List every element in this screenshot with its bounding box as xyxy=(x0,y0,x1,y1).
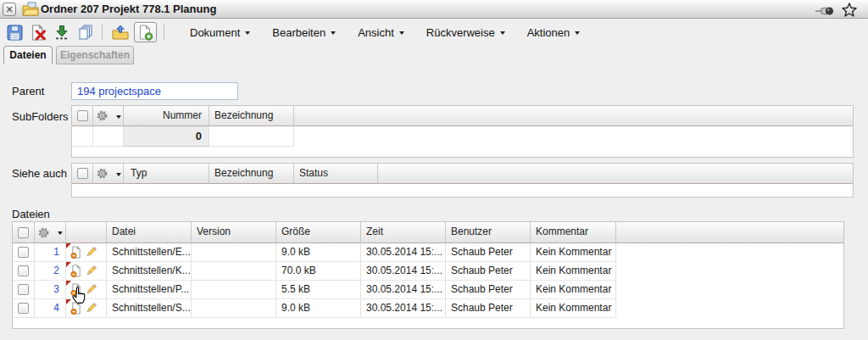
chevron-down-icon xyxy=(399,31,404,35)
subfolders-table: Nummer Bezeichnung 0 xyxy=(71,105,854,158)
menu-ansicht[interactable]: Ansicht xyxy=(358,26,404,39)
file-size-cell: 70.0 kB xyxy=(276,262,361,281)
delete-document-icon[interactable] xyxy=(29,23,47,42)
menu-rueckverweise[interactable]: Rückverweise xyxy=(426,26,505,39)
subfolders-header-row: Nummer Bezeichnung xyxy=(72,106,853,126)
column-header-kommentar[interactable]: Kommentar xyxy=(531,222,616,243)
file-time-cell: 30.05.2014 15:... xyxy=(361,281,446,299)
row-number-link[interactable]: 3 xyxy=(35,281,66,299)
new-document-icon[interactable] xyxy=(134,22,157,42)
file-version-cell xyxy=(192,262,276,281)
file-version-cell xyxy=(192,281,276,299)
column-header-groesse[interactable]: Größe xyxy=(276,222,361,243)
checkbox-icon xyxy=(18,247,29,258)
row-checkbox[interactable] xyxy=(13,299,35,318)
column-header-typ[interactable]: Typ xyxy=(124,164,209,184)
save-icon[interactable] xyxy=(5,23,24,42)
row-number-link[interactable]: 1 xyxy=(35,243,66,262)
file-name-cell: Schnittstellen/E... xyxy=(107,243,192,262)
column-header-zeit[interactable]: Zeit xyxy=(361,222,446,243)
column-header-datei[interactable]: Datei xyxy=(107,222,192,243)
menu-dokument[interactable]: Dokument xyxy=(190,26,250,39)
file-comment-cell: Kein Kommentar xyxy=(531,262,616,281)
file-name-cell: Schnittstellen/S... xyxy=(107,299,192,318)
download-icon[interactable] xyxy=(53,23,71,42)
menu-bearbeiten[interactable]: Bearbeiten xyxy=(272,26,336,39)
select-all-checkbox[interactable] xyxy=(13,222,35,243)
star-icon[interactable] xyxy=(842,3,857,20)
file-user-cell: Schaub Peter xyxy=(446,281,531,299)
file-name-cell: Schnittstellen/K... xyxy=(107,262,192,281)
chevron-down-icon xyxy=(575,31,580,35)
file-version-cell xyxy=(192,243,276,262)
gear-icon xyxy=(37,226,50,239)
folder-up-icon[interactable] xyxy=(111,23,130,42)
files-header-row: Datei Version Größe Zeit Benutzer Kommen… xyxy=(13,222,843,243)
siehe-auch-gear-menu[interactable] xyxy=(93,164,124,184)
select-all-checkbox[interactable] xyxy=(72,106,93,126)
file-user-cell: Schaub Peter xyxy=(446,243,531,262)
application-window: ✕ Ordner 207 Projekt 778.1 Planung xyxy=(0,0,868,340)
chevron-down-icon xyxy=(116,115,121,119)
menu-aktionen[interactable]: Aktionen xyxy=(527,26,581,39)
row-checkbox[interactable] xyxy=(13,243,35,262)
page-remove-icon[interactable] xyxy=(70,246,82,259)
select-all-checkbox[interactable] xyxy=(72,164,93,184)
toolbar-separator xyxy=(102,25,103,40)
subfolders-row: 0 xyxy=(72,126,853,147)
subfolders-label: SubFolders xyxy=(12,110,68,123)
row-checkbox[interactable] xyxy=(13,281,35,299)
column-header-benutzer[interactable]: Benutzer xyxy=(446,222,531,243)
file-row: 4 Schnittstellen/S... 9.0 kB 30.05.2014 … xyxy=(13,299,843,318)
checkbox-icon xyxy=(18,303,29,314)
file-comment-cell: Kein Kommentar xyxy=(531,243,616,262)
parent-link[interactable]: 194 projectspace xyxy=(77,85,161,98)
siehe-auch-table: Typ Bezeichnung Status xyxy=(71,163,854,198)
row-number-link[interactable]: 4 xyxy=(35,299,66,318)
file-size-cell: 9.0 kB xyxy=(276,243,361,262)
checkbox-icon xyxy=(18,265,29,276)
file-user-cell: Schaub Peter xyxy=(446,299,531,318)
column-header-nummer[interactable]: Nummer xyxy=(124,106,209,126)
folder-icon xyxy=(22,2,39,20)
column-header-bezeichnung[interactable]: Bezeichnung xyxy=(209,164,294,184)
row-number-link[interactable]: 2 xyxy=(35,262,66,281)
file-size-cell: 5.5 kB xyxy=(276,281,361,299)
chevron-down-icon xyxy=(245,31,250,35)
row-actions xyxy=(66,243,107,262)
subfolders-gear-menu[interactable] xyxy=(93,106,124,126)
file-comment-cell: Kein Kommentar xyxy=(531,299,616,318)
files-table: Datei Version Größe Zeit Benutzer Kommen… xyxy=(12,221,844,329)
row-checkbox[interactable] xyxy=(13,262,35,281)
cursor-pointer xyxy=(70,286,87,309)
row-actions xyxy=(66,262,107,281)
chevron-down-icon xyxy=(58,231,63,235)
file-row: 1 Schnittstellen/E... 9.0 kB 30.05.2014 … xyxy=(13,243,843,262)
column-header-filler xyxy=(616,222,843,243)
pencil-icon[interactable] xyxy=(85,265,97,277)
copy-icon[interactable] xyxy=(76,23,95,42)
checkbox-icon xyxy=(77,110,88,121)
toolbar: Dokument Bearbeiten Ansicht Rückverweise… xyxy=(0,19,868,46)
checkbox-icon xyxy=(18,227,29,238)
checkbox-icon xyxy=(18,284,29,295)
file-time-cell: 30.05.2014 15:... xyxy=(361,262,446,281)
pencil-icon[interactable] xyxy=(85,246,97,259)
column-header-status[interactable]: Status xyxy=(294,164,378,184)
close-icon[interactable]: ✕ xyxy=(3,3,16,16)
file-name-cell: Schnittstellen/P... xyxy=(107,281,192,299)
column-header-actions xyxy=(66,222,107,243)
tab-dateien[interactable]: Dateien xyxy=(3,46,53,64)
page-remove-icon[interactable] xyxy=(70,265,82,277)
pin-icon[interactable] xyxy=(815,4,835,20)
column-header-version[interactable]: Version xyxy=(192,222,276,243)
files-gear-menu[interactable] xyxy=(35,222,66,243)
parent-label: Parent xyxy=(12,85,44,98)
title-bar: ✕ Ordner 207 Projekt 778.1 Planung xyxy=(0,0,868,19)
tab-eigenschaften[interactable]: Eigenschaften xyxy=(56,46,134,64)
subfolders-count: 0 xyxy=(124,126,209,147)
dateien-section-label: Dateien xyxy=(12,208,50,220)
column-header-filler xyxy=(378,164,853,184)
column-header-bezeichnung[interactable]: Bezeichnung xyxy=(209,106,294,126)
file-time-cell: 30.05.2014 15:... xyxy=(361,299,446,318)
